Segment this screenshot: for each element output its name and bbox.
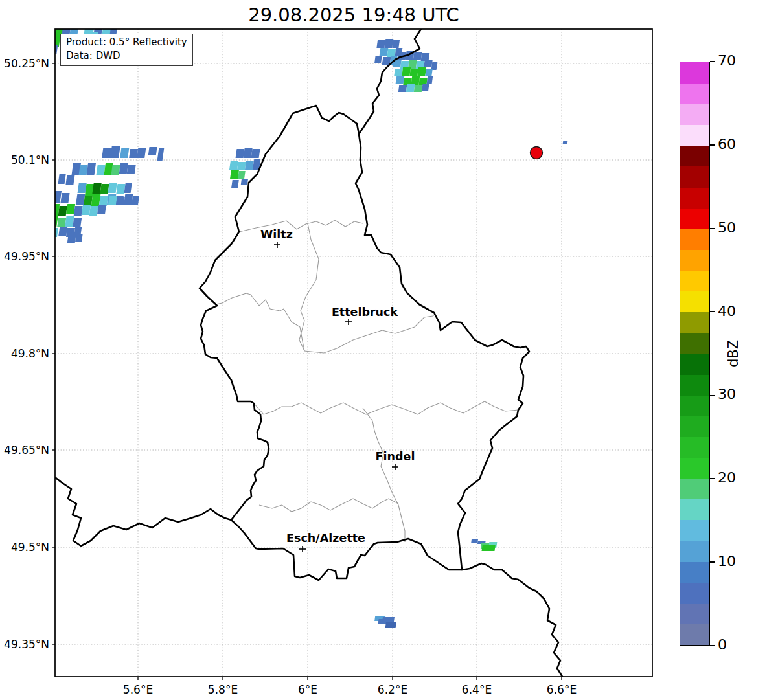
echo-cell bbox=[148, 147, 157, 155]
colorbar-segment bbox=[680, 561, 709, 583]
echo-cell bbox=[96, 165, 105, 175]
map-canvas: WiltzEttelbruckFindelEsch/Alzette 50.25°… bbox=[0, 0, 767, 700]
echo-cell bbox=[91, 194, 101, 206]
colorbar-segment bbox=[680, 146, 709, 167]
echo-cell bbox=[408, 60, 417, 69]
echo-cell bbox=[241, 179, 248, 185]
radar-site-marker bbox=[531, 147, 543, 159]
echo-cell bbox=[471, 539, 478, 543]
legend-product-line: Product: 0.5° Reflectivity bbox=[66, 36, 187, 49]
lon-tick-label: 5.8°E bbox=[208, 683, 238, 696]
colorbar-tick-label: 60 bbox=[718, 136, 736, 152]
echo-cell bbox=[398, 85, 407, 92]
city-label-findel: Findel bbox=[376, 450, 415, 463]
colorbar-tick-label: 10 bbox=[718, 553, 736, 569]
echo-cell bbox=[100, 184, 109, 194]
echo-cell bbox=[116, 197, 125, 205]
colorbar-segment bbox=[680, 166, 709, 188]
colorbar-segment bbox=[680, 374, 709, 396]
colorbar-segment bbox=[680, 499, 709, 521]
echo-cell bbox=[385, 622, 396, 628]
echo-cell bbox=[119, 163, 128, 174]
echo-cell bbox=[425, 69, 433, 76]
echo-cell bbox=[245, 161, 254, 170]
colorbar-segment bbox=[680, 520, 709, 541]
colorbar-segment bbox=[680, 541, 709, 562]
echo-cell bbox=[78, 183, 87, 193]
colorbar-segment bbox=[680, 582, 709, 604]
colorbar-tick-label: 30 bbox=[718, 386, 736, 402]
colorbar-segment bbox=[680, 457, 709, 479]
echo-cell bbox=[74, 206, 83, 216]
echo-cell bbox=[82, 205, 91, 215]
lon-tick-label: 6.6°E bbox=[547, 683, 577, 696]
colorbar-tick-label: 70 bbox=[718, 52, 736, 69]
colorbar-segment bbox=[680, 229, 709, 250]
colorbar-segment bbox=[680, 479, 709, 500]
echo-cell bbox=[414, 85, 422, 92]
colorbar-segment bbox=[680, 416, 709, 437]
lon-tick-label: 5.6°E bbox=[123, 683, 153, 696]
echo-cell bbox=[384, 39, 393, 48]
lat-tick-label: 50.1°N bbox=[11, 153, 49, 166]
echo-cell bbox=[409, 69, 418, 76]
echo-cell bbox=[424, 60, 433, 67]
echo-cell bbox=[127, 165, 136, 174]
lon-tick-label: 6.2°E bbox=[378, 683, 407, 696]
echo-cell bbox=[237, 162, 246, 170]
colorbar-tick-mark bbox=[710, 311, 715, 313]
colorbar-tick-mark bbox=[710, 478, 715, 479]
city-label-ettelbruck: Ettelbruck bbox=[332, 306, 398, 319]
echo-cell bbox=[108, 183, 117, 193]
echo-cell bbox=[251, 149, 260, 158]
plot-background bbox=[55, 29, 652, 677]
colorbar-segment bbox=[680, 83, 709, 104]
echo-cell bbox=[129, 149, 138, 158]
colorbar-segment bbox=[680, 125, 709, 146]
colorbar-tick-mark bbox=[710, 561, 715, 563]
echo-cell bbox=[394, 69, 403, 76]
colorbar-segment bbox=[680, 104, 709, 125]
echo-cell bbox=[563, 141, 568, 144]
colorbar-segment bbox=[680, 354, 709, 375]
echo-cell bbox=[230, 170, 239, 179]
colorbar-tick-label: 40 bbox=[718, 303, 736, 319]
colorbar-title: dBZ bbox=[726, 340, 741, 367]
echo-cell bbox=[76, 194, 85, 205]
echo-cell bbox=[422, 84, 429, 91]
colorbar-tick-mark bbox=[710, 395, 715, 396]
echo-cell bbox=[73, 218, 82, 227]
echo-cell bbox=[66, 204, 75, 214]
lat-tick-label: 49.35°N bbox=[4, 638, 49, 651]
echo-cell bbox=[60, 193, 69, 203]
colorbar-tick-mark bbox=[710, 228, 715, 229]
echo-cell bbox=[65, 175, 74, 185]
colorbar bbox=[680, 62, 710, 646]
lat-tick-label: 50.25°N bbox=[4, 57, 49, 70]
echo-cell bbox=[238, 171, 246, 179]
echo-cell bbox=[411, 76, 420, 85]
echo-cell bbox=[51, 228, 58, 237]
echo-cell bbox=[413, 52, 422, 60]
colorbar-segment bbox=[680, 249, 709, 271]
echo-cell bbox=[58, 206, 67, 216]
colorbar-segment bbox=[680, 333, 709, 354]
echo-cell bbox=[92, 183, 102, 194]
echo-cell bbox=[380, 48, 389, 56]
echo-cell bbox=[229, 161, 238, 170]
echo-cell bbox=[426, 76, 433, 84]
colorbar-tick-mark bbox=[710, 645, 715, 646]
map-legend: Product: 0.5° Reflectivity Data: DWD bbox=[60, 34, 193, 66]
echo-cell bbox=[99, 196, 108, 206]
lat-tick-label: 49.8°N bbox=[11, 347, 49, 360]
colorbar-segment bbox=[680, 312, 709, 333]
city-label-esch-alzette: Esch/Alzette bbox=[286, 532, 365, 545]
colorbar-tick-label: 50 bbox=[718, 220, 736, 236]
echo-cell bbox=[65, 216, 74, 227]
echo-cell bbox=[58, 227, 67, 236]
colorbar-segment bbox=[680, 395, 709, 416]
colorbar-segment bbox=[680, 436, 709, 458]
echo-cell bbox=[84, 196, 93, 206]
echo-cell bbox=[481, 545, 495, 551]
colorbar-segment bbox=[680, 62, 709, 84]
